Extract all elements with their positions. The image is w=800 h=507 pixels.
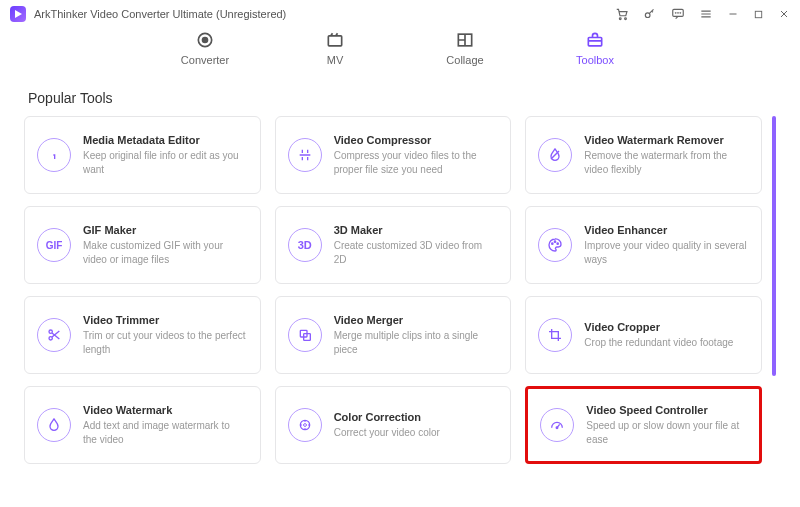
toolbox-icon: [585, 30, 605, 50]
close-icon[interactable]: [778, 8, 790, 20]
feedback-icon[interactable]: [671, 7, 685, 21]
converter-icon: [195, 30, 215, 50]
tool-desc: Merge multiple clips into a single piece: [334, 329, 497, 356]
maximize-icon[interactable]: [753, 9, 764, 20]
nav-label: Collage: [446, 54, 483, 66]
tool-video-speed-controller[interactable]: Video Speed Controller Speed up or slow …: [525, 386, 762, 464]
tool-color-correction[interactable]: Color Correction Correct your video colo…: [275, 386, 512, 464]
window-title: ArkThinker Video Converter Ultimate (Unr…: [34, 8, 286, 20]
svg-point-15: [555, 241, 556, 242]
tool-desc: Trim or cut your videos to the perfect l…: [83, 329, 246, 356]
crop-icon: [538, 318, 572, 352]
droplet-icon: [37, 408, 71, 442]
tool-title: Video Speed Controller: [586, 404, 745, 416]
nav-label: Toolbox: [576, 54, 614, 66]
key-icon[interactable]: [643, 7, 657, 21]
nav-mv[interactable]: MV: [305, 30, 365, 66]
tool-video-compressor[interactable]: Video Compressor Compress your video fil…: [275, 116, 512, 194]
tool-desc: Add text and image watermark to the vide…: [83, 419, 246, 446]
svg-point-10: [203, 38, 208, 43]
scrollbar[interactable]: [772, 116, 776, 376]
tool-title: Video Watermark: [83, 404, 246, 416]
title-bar: ArkThinker Video Converter Ultimate (Unr…: [0, 0, 800, 28]
tool-desc: Crop the redundant video footage: [584, 336, 733, 350]
droplet-slash-icon: [538, 138, 572, 172]
tool-desc: Correct your video color: [334, 426, 440, 440]
svg-point-17: [49, 330, 52, 333]
tool-title: Color Correction: [334, 411, 440, 423]
minimize-icon[interactable]: [727, 8, 739, 20]
svg-point-6: [678, 13, 679, 14]
tool-video-enhancer[interactable]: Video Enhancer Improve your video qualit…: [525, 206, 762, 284]
tool-title: Video Enhancer: [584, 224, 747, 236]
tool-media-metadata-editor[interactable]: Media Metadata Editor Keep original file…: [24, 116, 261, 194]
menu-icon[interactable]: [699, 7, 713, 21]
tool-video-trimmer[interactable]: Video Trimmer Trim or cut your videos to…: [24, 296, 261, 374]
svg-point-5: [675, 13, 676, 14]
tools-grid: Media Metadata Editor Keep original file…: [24, 116, 776, 464]
tool-title: Video Compressor: [334, 134, 497, 146]
tool-title: Video Cropper: [584, 321, 733, 333]
nav-label: Converter: [181, 54, 229, 66]
nav-label: MV: [327, 54, 344, 66]
svg-point-16: [557, 243, 558, 244]
nav-collage[interactable]: Collage: [435, 30, 495, 66]
section-title: Popular Tools: [28, 90, 776, 106]
tool-desc: Make customized GIF with your video or i…: [83, 239, 246, 266]
tool-title: 3D Maker: [334, 224, 497, 236]
tool-3d-maker[interactable]: 3D 3D Maker Create customized 3D video f…: [275, 206, 512, 284]
svg-point-7: [680, 13, 681, 14]
svg-marker-0: [15, 10, 22, 18]
svg-point-18: [49, 337, 52, 340]
tool-title: Video Watermark Remover: [584, 134, 747, 146]
svg-point-21: [300, 420, 309, 429]
palette-icon: [538, 228, 572, 262]
tool-title: Media Metadata Editor: [83, 134, 246, 146]
three-d-icon: 3D: [288, 228, 322, 262]
compress-icon: [288, 138, 322, 172]
app-logo: [10, 6, 26, 22]
cart-icon[interactable]: [615, 7, 629, 21]
tool-video-cropper[interactable]: Video Cropper Crop the redundant video f…: [525, 296, 762, 374]
tool-desc: Speed up or slow down your file at ease: [586, 419, 745, 446]
svg-rect-11: [328, 36, 341, 46]
tool-desc: Improve your video quality in several wa…: [584, 239, 747, 266]
tool-desc: Remove the watermark from the video flex…: [584, 149, 747, 176]
gauge-icon: [540, 408, 574, 442]
gif-icon: GIF: [37, 228, 71, 262]
tool-watermark-remover[interactable]: Video Watermark Remover Remove the water…: [525, 116, 762, 194]
tool-desc: Keep original file info or edit as you w…: [83, 149, 246, 176]
nav-toolbox[interactable]: Toolbox: [565, 30, 625, 66]
svg-point-1: [619, 18, 621, 20]
tool-desc: Compress your video files to the proper …: [334, 149, 497, 176]
tool-title: GIF Maker: [83, 224, 246, 236]
mv-icon: [325, 30, 345, 50]
scissors-icon: [37, 318, 71, 352]
svg-point-3: [645, 13, 650, 18]
top-nav: Converter MV Collage Toolbox: [0, 28, 800, 82]
nav-converter[interactable]: Converter: [175, 30, 235, 66]
svg-point-2: [625, 18, 627, 20]
svg-point-14: [552, 243, 553, 244]
tool-gif-maker[interactable]: GIF GIF Maker Make customized GIF with y…: [24, 206, 261, 284]
content-area: Popular Tools Media Metadata Editor Keep…: [0, 82, 800, 474]
tool-title: Video Merger: [334, 314, 497, 326]
merge-icon: [288, 318, 322, 352]
tool-desc: Create customized 3D video from 2D: [334, 239, 497, 266]
svg-point-22: [557, 427, 559, 429]
svg-rect-8: [755, 11, 761, 17]
color-wheel-icon: [288, 408, 322, 442]
tool-title: Video Trimmer: [83, 314, 246, 326]
tool-video-merger[interactable]: Video Merger Merge multiple clips into a…: [275, 296, 512, 374]
tool-video-watermark[interactable]: Video Watermark Add text and image water…: [24, 386, 261, 464]
info-icon: [37, 138, 71, 172]
collage-icon: [455, 30, 475, 50]
